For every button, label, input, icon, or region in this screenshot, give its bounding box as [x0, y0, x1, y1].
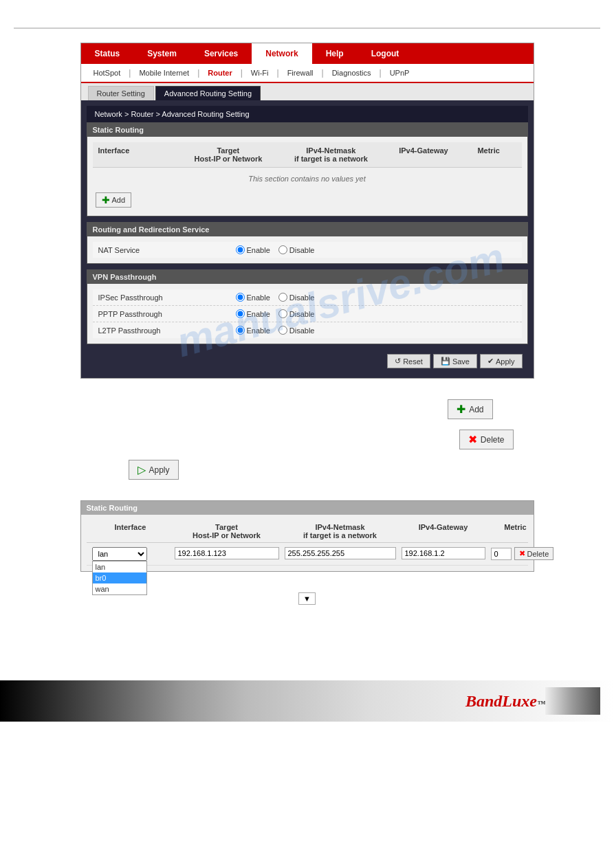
metric-input[interactable] — [491, 548, 512, 560]
nav-diagnostics[interactable]: Diagnostics — [327, 67, 377, 79]
interface-dropdown-select[interactable]: lan br0 wan — [92, 547, 147, 561]
breadcrumb: Network > Router > Advanced Routing Sett… — [87, 106, 528, 122]
page-footer: BandLuxe™ — [0, 680, 614, 722]
nav-status[interactable]: Status — [81, 43, 134, 64]
nav-firewall[interactable]: Firewall — [282, 67, 319, 79]
standalone-dropdown-btn[interactable]: ▼ — [298, 592, 316, 605]
nat-enable-option[interactable]: Enable — [236, 245, 270, 254]
nav-upnp[interactable]: UPnP — [384, 67, 415, 79]
apply-button[interactable]: ✔ Apply — [480, 354, 523, 368]
sep3: | — [239, 68, 244, 78]
l2tp-disable-option[interactable]: Disable — [278, 326, 315, 335]
empty-message: This section contains no values yet — [93, 168, 522, 190]
row-delete-button[interactable]: ✖ Delete — [514, 547, 554, 560]
l2tp-enable-option[interactable]: Enable — [236, 326, 270, 335]
add-button[interactable]: ✚ Add — [96, 192, 132, 208]
nav-mobile-internet[interactable]: Mobile Internet — [133, 67, 195, 79]
nat-enable-label: Enable — [247, 246, 270, 254]
nat-disable-label: Disable — [289, 246, 315, 254]
interface-cell: lan br0 wan lan br0 wan — [89, 546, 172, 562]
delete-large-label: Delete — [481, 435, 505, 445]
metric-cell: ✖ Delete — [488, 546, 543, 561]
sr-body: Interface Target Host-IP or Network IPv4… — [81, 515, 534, 571]
interface-dropdown-open: lan br0 wan — [92, 561, 147, 595]
nav-services[interactable]: Services — [190, 43, 252, 64]
ipsec-enable-radio[interactable] — [236, 293, 245, 302]
nav-system[interactable]: System — [133, 43, 190, 64]
static-routing-table-section: Static Routing Interface Target Host-IP … — [80, 500, 534, 572]
tab-router-setting[interactable]: Router Setting — [88, 86, 154, 100]
nav-hotspot[interactable]: HotSpot — [88, 67, 127, 79]
target-cell — [172, 546, 282, 561]
ipsec-label: IPSec Passthrough — [98, 293, 236, 302]
sr-col-target: Target Host-IP or Network — [172, 523, 282, 539]
delete-large-button[interactable]: ✖ Delete — [459, 430, 514, 449]
l2tp-enable-radio[interactable] — [236, 326, 245, 335]
nav-router[interactable]: Router — [202, 67, 237, 79]
ipsec-disable-label: Disable — [289, 293, 315, 302]
pptp-enable-label: Enable — [247, 310, 270, 318]
pptp-disable-option[interactable]: Disable — [278, 309, 315, 318]
brand-name: BandLuxe — [465, 692, 537, 711]
sr-table-header: Interface Target Host-IP or Network IPv4… — [87, 520, 528, 543]
col-header-target: Target Host-IP or Network — [180, 146, 276, 163]
second-navbar: HotSpot | Mobile Internet | Router | Wi-… — [81, 64, 534, 83]
ipsec-disable-option[interactable]: Disable — [278, 293, 315, 302]
pptp-enable-option[interactable]: Enable — [236, 309, 270, 318]
pptp-disable-radio[interactable] — [278, 309, 287, 318]
vpn-passthrough-header: VPN Passthrough — [87, 270, 527, 284]
ipsec-radios: Enable Disable — [236, 293, 315, 302]
main-content: manualsrive.com Status System Services N… — [0, 36, 614, 625]
pptp-label: PPTP Passthrough — [98, 310, 236, 318]
gateway-input[interactable] — [402, 547, 485, 559]
add-large-button[interactable]: ✚ Add — [448, 399, 492, 419]
target-input[interactable] — [175, 547, 279, 559]
ipsec-disable-radio[interactable] — [278, 293, 287, 302]
col-header-netmask: IPv4-Netmask if target is a network — [276, 146, 386, 163]
router-panel: Status System Services Network Help Logo… — [80, 43, 534, 379]
dropdown-item-lan[interactable]: lan — [93, 561, 146, 572]
vpn-passthrough-section: VPN Passthrough IPSec Passthrough Enable — [87, 269, 528, 344]
sep2: | — [196, 68, 201, 78]
sr-col-metric: Metric — [488, 523, 543, 539]
ipsec-enable-option[interactable]: Enable — [236, 293, 270, 302]
routing-redirection-section: Routing and Redirection Service NAT Serv… — [87, 222, 528, 264]
pptp-enable-radio[interactable] — [236, 309, 245, 318]
tab-advanced-routing[interactable]: Advanced Routing Setting — [155, 86, 261, 100]
reset-icon: ↺ — [395, 357, 401, 366]
static-routing-content: Interface Target Host-IP or Network IPv4… — [87, 137, 527, 216]
static-routing-table-header: Interface Target Host-IP or Network IPv4… — [93, 142, 522, 168]
add-large-icon: ✚ — [457, 403, 465, 416]
dropdown-item-br0[interactable]: br0 — [93, 572, 146, 583]
nav-network[interactable]: Network — [252, 43, 311, 64]
netmask-cell — [282, 546, 399, 561]
sr-col-gateway: IPv4-Gateway — [399, 523, 488, 539]
l2tp-disable-label: Disable — [289, 326, 315, 335]
nat-disable-option[interactable]: Disable — [278, 245, 315, 254]
sep4: | — [276, 68, 281, 78]
apply-large-button[interactable]: ▷ Apply — [129, 460, 179, 480]
sep6: | — [378, 68, 383, 78]
brand-logo: BandLuxe™ — [465, 692, 545, 711]
nat-enable-radio[interactable] — [236, 245, 245, 254]
nat-service-row: NAT Service Enable Disable — [93, 242, 522, 258]
netmask-input[interactable] — [285, 547, 396, 559]
pptp-radios: Enable Disable — [236, 309, 315, 318]
dropdown-item-wan[interactable]: wan — [93, 583, 146, 594]
nav-logout[interactable]: Logout — [358, 43, 413, 64]
static-routing-header: Static Routing — [87, 123, 527, 137]
save-icon: 💾 — [441, 357, 450, 366]
save-button[interactable]: 💾 Save — [433, 354, 477, 368]
l2tp-radios: Enable Disable — [236, 326, 315, 335]
nat-disable-radio[interactable] — [278, 245, 287, 254]
add-icon: ✚ — [102, 195, 110, 205]
panel-body: Network > Router > Advanced Routing Sett… — [81, 100, 534, 378]
middle-buttons: ✚ Add ✖ Delete ▷ Apply — [94, 392, 520, 487]
sep5: | — [320, 68, 325, 78]
reset-button[interactable]: ↺ Reset — [387, 354, 430, 368]
footer-gradient-right — [545, 687, 600, 715]
nav-wifi[interactable]: Wi-Fi — [245, 67, 274, 79]
ipsec-row: IPSec Passthrough Enable Disable — [93, 289, 522, 306]
l2tp-disable-radio[interactable] — [278, 326, 287, 335]
nav-help[interactable]: Help — [312, 43, 358, 64]
